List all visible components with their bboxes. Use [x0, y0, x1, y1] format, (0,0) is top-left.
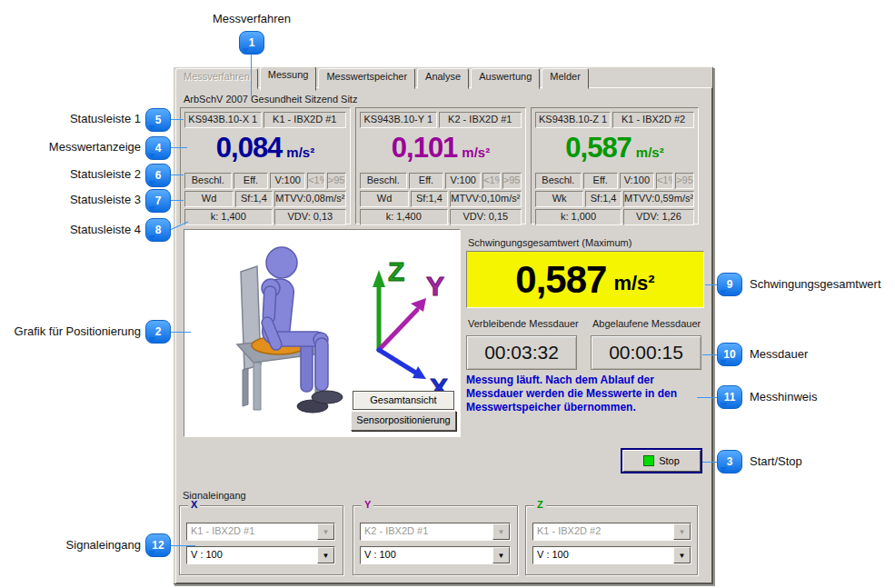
stop-button[interactable]: Stop	[621, 448, 702, 473]
callout-label-messverfahren: Messverfahren	[213, 12, 291, 25]
range-cell: V:100	[270, 173, 305, 189]
mtvv-cell: MTVV:0,10m/s²	[450, 191, 522, 207]
procedure-name-text: ArbSchV 2007 Gesundheit Sitzend Sitz	[184, 94, 357, 105]
range-select-y-value: V : 100	[361, 547, 492, 563]
statusbar-2-z: Beschl. Eff. V:100 <1% >95%	[535, 173, 694, 189]
callout-label-messdauer: Messdauer	[750, 347, 808, 361]
overrange-cell: >95%	[502, 173, 522, 189]
input-name: K1 - IBX2D #1	[264, 112, 346, 128]
callout-line-1	[251, 55, 252, 96]
callout-bubble-11: 11	[717, 385, 742, 409]
measured-value-z: 0,587m/s²	[532, 132, 698, 172]
value-number: 0,101	[392, 132, 458, 164]
k-factor-cell: k: 1,400	[360, 209, 448, 225]
screenshot-canvas: Messverfahren Messung Messwertspeicher A…	[0, 0, 895, 588]
callout-line-10	[702, 354, 718, 355]
range-cell: V:100	[445, 173, 481, 189]
overall-value-unit: m/s²	[613, 272, 654, 295]
channel-select-y: K2 - IBX2D #1 ▼	[360, 523, 511, 541]
callout-label-start-stop: Start/Stop	[750, 454, 802, 468]
callout-label-statusleiste-2: Statusleiste 2	[0, 167, 141, 181]
callout-bubble-5: 5	[145, 108, 171, 132]
callout-label-signaleingang: Signaleingang	[0, 538, 141, 552]
tab-auswertung[interactable]: Auswertung	[471, 68, 540, 89]
chevron-down-icon[interactable]: ▼	[673, 547, 691, 563]
mtvv-cell: MTVV:0,08m/s²	[274, 191, 346, 207]
tab-melder[interactable]: Melder	[542, 68, 589, 89]
tab-messwertspeicher[interactable]: Messwertspeicher	[318, 68, 415, 89]
group-y-legend: Y	[362, 499, 373, 510]
sensor-name: KS943B.10-Z 1	[535, 112, 611, 128]
running-indicator-icon	[643, 455, 654, 466]
channel-select-z: K1 - IBX2D #2 ▼	[532, 523, 691, 541]
range-select-z-value: V : 100	[533, 547, 673, 563]
callout-bubble-2: 2	[145, 320, 171, 344]
sensorpositionierung-button[interactable]: Sensorpositionierung	[351, 411, 456, 431]
weighting-cell: Wd	[360, 191, 409, 207]
statusbar-2-x: Beschl. Eff. V:100 <1% >95%	[184, 173, 346, 189]
overall-value-label: Schwingungsgesamtwert (Maximum)	[468, 237, 631, 248]
callout-bubble-4: 4	[145, 136, 171, 160]
range-select-z[interactable]: V : 100 ▼	[532, 546, 691, 564]
callout-label-statusleiste-1: Statusleiste 1	[0, 112, 141, 125]
value-unit: m/s²	[286, 145, 314, 160]
gesamtansicht-button[interactable]: Gesamtansicht	[353, 391, 454, 410]
mode-cell: Eff.	[409, 173, 444, 189]
callout-label-messwertanzeige: Messwertanzeige	[0, 140, 141, 154]
statusbar-1-x: KS943B.10-X 1 K1 - IBX2D #1	[184, 112, 346, 128]
chevron-down-icon: ▼	[317, 523, 334, 540]
statusbar-1-y: KS943B.10-Y 1 K2 - IBX2D #1	[360, 112, 522, 128]
range-select-y[interactable]: V : 100 ▼	[360, 546, 511, 564]
callout-bubble-1: 1	[239, 31, 264, 55]
overall-value-number: 0,587	[515, 258, 606, 302]
callout-line-5	[170, 119, 184, 120]
channel-panel-y: KS943B.10-Y 1 K2 - IBX2D #1 0,101m/s² Be…	[355, 107, 526, 224]
statusbar-4-z: k: 1,000 VDV: 1,26	[535, 209, 694, 225]
group-x-legend: X	[188, 499, 200, 510]
chevron-down-icon[interactable]: ▼	[492, 547, 510, 563]
input-name: K2 - IBX2D #1	[439, 112, 522, 128]
callout-bubble-9: 9	[717, 273, 742, 296]
channel-select-y-value: K2 - IBX2D #1	[361, 523, 492, 540]
chevron-down-icon[interactable]: ▼	[317, 547, 334, 563]
remaining-duration-label: Verbleibende Messdauer	[468, 318, 579, 329]
group-z-legend: Z	[534, 499, 546, 510]
elapsed-duration-display: 00:00:15	[591, 335, 701, 370]
callout-label-schwingungsgesamtwert: Schwingungsgesamtwert	[750, 277, 881, 291]
callout-line-12	[170, 545, 195, 546]
callout-bubble-6: 6	[145, 164, 171, 187]
statusbar-1-z: KS943B.10-Z 1 K1 - IBX2D #2	[535, 112, 694, 128]
tab-messung[interactable]: Messung	[260, 66, 317, 91]
range-select-x[interactable]: V : 100 ▼	[186, 546, 335, 564]
mode-cell: Eff.	[234, 173, 269, 189]
tab-analyse[interactable]: Analyse	[417, 68, 469, 89]
callout-line-9	[705, 284, 718, 285]
channel-panel-z: KS943B.10-Z 1 K1 - IBX2D #2 0,587m/s² Be…	[531, 107, 699, 224]
underrange-cell: <1%	[656, 173, 673, 189]
sensor-name: KS943B.10-Y 1	[360, 112, 437, 128]
axes	[373, 270, 426, 379]
remaining-duration-display: 00:03:32	[466, 335, 577, 370]
sensor-name: KS943B.10-X 1	[184, 112, 262, 128]
statusbar-4-y: k: 1,400 VDV: 0,15	[360, 209, 522, 225]
channel-select-x: K1 - IBX2D #1 ▼	[186, 523, 335, 541]
mode-cell: Eff.	[583, 173, 618, 189]
weighting-cell: Wd	[184, 191, 234, 207]
y-axis-label: Y	[426, 271, 444, 301]
value-number: 0,084	[216, 132, 283, 164]
underrange-cell: <1%	[482, 173, 501, 189]
k-factor-cell: k: 1,000	[535, 209, 622, 225]
callout-line-3	[702, 462, 718, 463]
channel-panel-x: KS943B.10-X 1 K1 - IBX2D #1 0,084m/s² Be…	[180, 107, 351, 224]
elapsed-duration-label: Abgelaufene Messdauer	[592, 318, 701, 329]
overrange-cell: >95%	[327, 173, 346, 189]
callout-bubble-3: 3	[717, 450, 742, 473]
sf-cell: Sf:1,4	[235, 191, 273, 207]
callout-label-grafik: Grafik für Positionierung	[0, 324, 141, 338]
vdv-cell: VDV: 1,26	[623, 209, 694, 225]
quantity-cell: Beschl.	[184, 173, 232, 189]
value-unit: m/s²	[462, 145, 490, 160]
weighting-cell: Wk	[535, 191, 583, 207]
sf-cell: Sf:1,4	[585, 191, 622, 207]
value-number: 0,587	[565, 132, 631, 164]
